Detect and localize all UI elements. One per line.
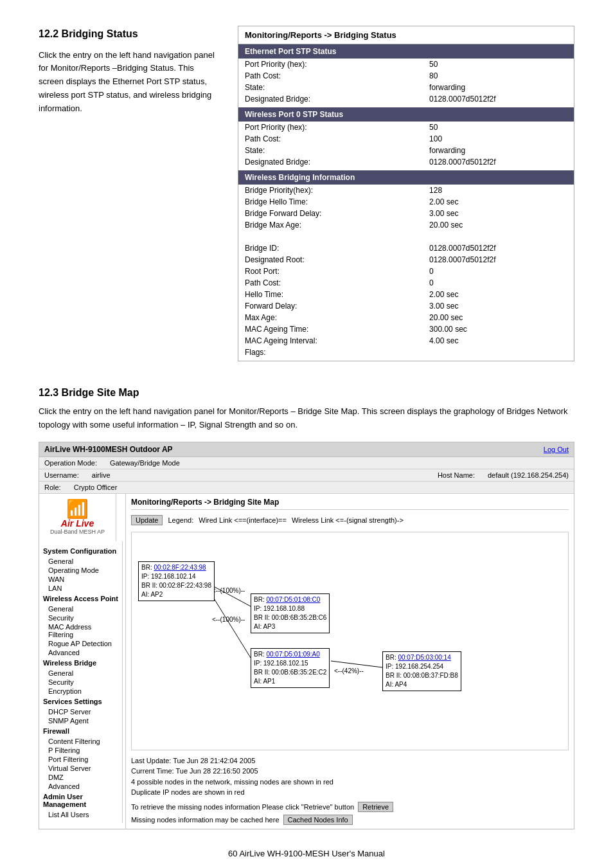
- update-button[interactable]: Update: [131, 515, 163, 525]
- current-time: Current Time: Tue Jun 28 22:16:50 2005: [131, 766, 569, 777]
- section-12-2: 12.2 Bridging Status Click the entry on …: [39, 26, 574, 361]
- table-row: Path Cost:0: [238, 277, 574, 289]
- svg-line-2: [331, 661, 382, 667]
- section-12-3: 12.3 Bridge Site Map Click the entry on …: [39, 387, 574, 829]
- nav-item-wb-security[interactable]: Security: [39, 678, 122, 687]
- ap-node-ap1: BR: 00:07:D5:01:09:A0 IP: 192.168.102.15…: [251, 648, 330, 688]
- brand-logo: Air Live: [61, 518, 94, 529]
- wireless-bridging-header: Wireless Bridging Information: [238, 170, 574, 185]
- table-row: Max Age:20.00 sec: [238, 312, 574, 323]
- nav-item-fw-advanced[interactable]: Advanced: [39, 782, 122, 791]
- nav-item-general[interactable]: General: [39, 557, 122, 566]
- operation-mode-value: Gateway/Bridge Mode: [110, 459, 180, 467]
- table-row: State:forwarding: [238, 145, 574, 156]
- left-panel: 📶 Air Live Dual-Band MESH AP System Conf…: [39, 494, 126, 829]
- nav-item-mac-filtering[interactable]: MAC Address Filtering: [39, 622, 122, 639]
- main-content-header: Monitoring/Reports -> Bridging Site Map: [131, 498, 569, 510]
- cached-nodes-button[interactable]: Cached Nodes Info: [283, 815, 353, 825]
- nav-item-wb-encryption[interactable]: Encryption: [39, 687, 122, 696]
- last-update: Last Update: Tue Jun 28 21:42:04 2005: [131, 755, 569, 766]
- ap4-ip: IP: 192.168.254.254: [386, 662, 458, 671]
- table-row: Designated Root:0128.0007d5012f2f: [238, 254, 574, 266]
- operation-mode-label: Operation Mode:: [44, 459, 97, 467]
- table-row: Root Port:0: [238, 266, 574, 277]
- cached-row: Missing nodes information may be cached …: [131, 815, 569, 825]
- wifi-icon: 📶: [66, 500, 89, 518]
- ap2-ip: IP: 192.168.102.14: [141, 572, 211, 581]
- ap3-ip: IP: 192.168.10.88: [254, 604, 326, 613]
- nav-item-lan[interactable]: LAN: [39, 584, 122, 593]
- ap1-ip: IP: 192.168.102.15: [254, 659, 326, 668]
- nav-item-virtual-server[interactable]: Virtual Server: [39, 764, 122, 773]
- wireless-bridging-table: Bridge Priority(hex):128 Bridge Hello Ti…: [238, 185, 574, 358]
- username-value: airlive: [92, 471, 111, 479]
- table-row: Bridge Max Age:20.00 sec: [238, 219, 574, 231]
- ap4-brid: BR II: 00:08:0B:37:FD:B8: [386, 671, 458, 680]
- logout-link[interactable]: Log Out: [544, 446, 569, 453]
- ap4-br: BR: 00:07:D5:03:00:14: [386, 653, 458, 662]
- table-row: Bridge ID:0128.0007d5012f2f: [238, 242, 574, 254]
- conn-label-3: <--(42%)--: [334, 667, 364, 674]
- nav-item-snmp[interactable]: SNMP Agent: [39, 716, 122, 725]
- node-count: 4 possible nodes in the network, missing…: [131, 777, 569, 788]
- nav-section-admin: Admin User Management: [39, 791, 122, 810]
- wireless-port0-stp-table: Port Priority (hex):50 Path Cost:100 Sta…: [238, 122, 574, 168]
- wireless-port0-stp-header: Wireless Port 0 STP Status: [238, 107, 574, 122]
- nav-item-dmz[interactable]: DMZ: [39, 773, 122, 782]
- nav-item-dhcp[interactable]: DHCP Server: [39, 707, 122, 716]
- legend-wired: Wired Link <==(interface)==: [199, 516, 287, 524]
- browser-body: 📶 Air Live Dual-Band MESH AP System Conf…: [39, 494, 574, 829]
- legend-wireless: Wireless Link <=-(signal strength)->: [292, 516, 404, 524]
- nav-item-security[interactable]: Security: [39, 613, 122, 622]
- bridging-status-table-container: Monitoring/Reports -> Bridging Status Et…: [238, 26, 574, 361]
- role-value: Crypto Officer: [74, 484, 118, 491]
- ap1-br: BR: 00:07:D5:01:09:A0: [254, 650, 326, 659]
- nav-section-wap: Wireless Access Point: [39, 593, 122, 604]
- svg-line-1: [209, 590, 251, 658]
- main-content: Monitoring/Reports -> Bridging Site Map …: [126, 494, 574, 829]
- toolbar-row: Update Legend: Wired Link <==(interface)…: [131, 515, 569, 525]
- table-row: [238, 231, 574, 242]
- page-footer: 60 AirLive WH-9100-MESH User's Manual: [39, 849, 574, 858]
- table-row: MAC Ageing Interval:4.00 sec: [238, 335, 574, 347]
- heading-12-2: 12.2 Bridging Status: [39, 26, 218, 42]
- nav-item-rogue-ap[interactable]: Rogue AP Detection: [39, 639, 122, 648]
- nav-item-operating-mode[interactable]: Operating Mode: [39, 566, 122, 575]
- nav-item-wb-general[interactable]: General: [39, 669, 122, 678]
- info-footer: Last Update: Tue Jun 28 21:42:04 2005 Cu…: [131, 755, 569, 798]
- nav-section-firewall: Firewall: [39, 725, 122, 737]
- nav-item-list-users[interactable]: List All Users: [39, 810, 122, 819]
- ap4-ai: AI: AP4: [386, 680, 458, 689]
- ap1-brid: BR II: 00:0B:6B:35:2E:C2: [254, 668, 326, 677]
- duplicate-ip: Duplicate IP nodes are shown in red: [131, 787, 569, 798]
- nav-section-wb: Wireless Bridge: [39, 657, 122, 669]
- retrieve-button[interactable]: Retrieve: [358, 802, 393, 812]
- table-row: Bridge Forward Delay:3.00 sec: [238, 208, 574, 219]
- table-row: Path Cost:80: [238, 70, 574, 82]
- brand-tagline: Dual-Band MESH AP: [50, 529, 105, 535]
- ap3-ai: AI: AP3: [254, 622, 326, 631]
- nav-item-content-filter[interactable]: Content Filtering: [39, 737, 122, 746]
- ap2-br: BR: 00:02:8F:22:43:98: [141, 563, 211, 572]
- table-row: Forward Delay:3.00 sec: [238, 300, 574, 312]
- browser-infobar-3: Role: Crypto Officer: [39, 482, 574, 494]
- browser-topbar: AirLive WH-9100MESH Outdoor AP Log Out: [39, 442, 574, 457]
- browser-title: AirLive WH-9100MESH Outdoor AP: [44, 445, 173, 454]
- nav-item-p-filter[interactable]: P Filtering: [39, 746, 122, 755]
- browser-frame: AirLive WH-9100MESH Outdoor AP Log Out O…: [39, 442, 574, 829]
- browser-infobar-2: Username: airlive Host Name: default (19…: [39, 469, 574, 482]
- bridging-status-header: Monitoring/Reports -> Bridging Status: [238, 26, 574, 44]
- section-12-3-desc: Click the entry on the left hand navigat…: [39, 405, 574, 432]
- table-row: Hello Time:2.00 sec: [238, 289, 574, 300]
- table-row: Port Priority (hex):50: [238, 59, 574, 70]
- ap-node-ap4: BR: 00:07:D5:03:00:14 IP: 192.168.254.25…: [382, 651, 461, 691]
- retrieve-row: To retrieve the missing nodes informatio…: [131, 802, 569, 812]
- ap2-brid: BR II: 00:02:8F:22:43:98: [141, 581, 211, 590]
- site-map-area: <--(100%)-- <--(100%)-- <--(42%)-- BR: 0…: [131, 532, 569, 750]
- heading-12-3: 12.3 Bridge Site Map: [39, 387, 574, 399]
- nav-item-advanced-wap[interactable]: Advanced: [39, 648, 122, 657]
- ethernet-stp-header: Ethernet Port STP Status: [238, 44, 574, 59]
- nav-item-port-filter[interactable]: Port Filtering: [39, 755, 122, 764]
- nav-item-wap-general[interactable]: General: [39, 604, 122, 613]
- nav-item-wan[interactable]: WAN: [39, 575, 122, 584]
